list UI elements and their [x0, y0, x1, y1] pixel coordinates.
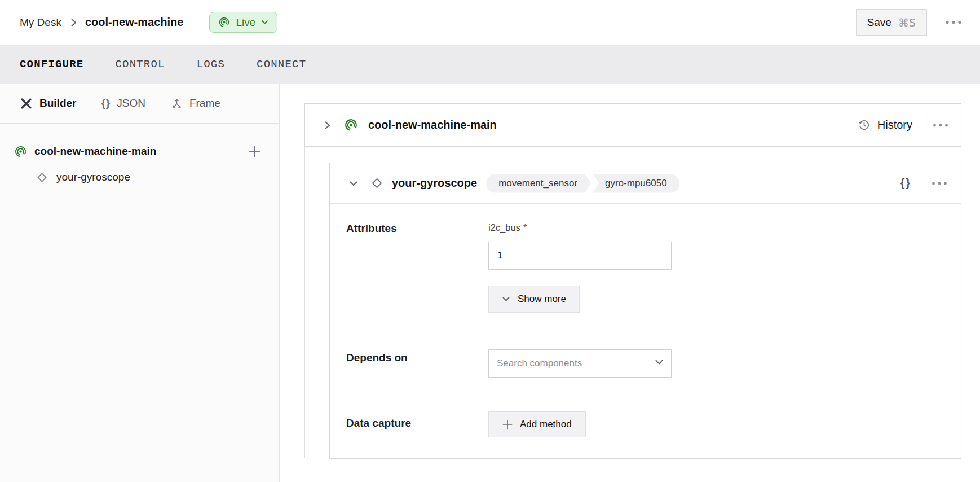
component-card-header: your-gyroscope movement_sensor gyro-mpu6… [330, 163, 961, 204]
tree-item-label: cool-new-machine-main [34, 145, 156, 157]
component-tree: cool-new-machine-main your-gyroscope [0, 124, 279, 190]
depends-on-section: Depends on [330, 334, 961, 396]
tab-frame[interactable]: Frame [170, 97, 220, 110]
tab-json-label: JSON [117, 97, 145, 109]
plus-icon [502, 419, 513, 430]
i2c-bus-input[interactable] [488, 242, 672, 270]
nav-tab-bar: CONFIGURE CONTROL LOGS CONNECT [0, 45, 980, 84]
diamond-icon [35, 170, 49, 185]
live-status-dropdown[interactable]: Live [209, 12, 277, 33]
collapse-chevron-down-icon[interactable] [346, 177, 361, 190]
tree-item-gyroscope[interactable]: your-gyroscope [14, 164, 261, 190]
card-menu-icon[interactable] [932, 120, 950, 130]
depends-on-select [488, 349, 672, 378]
tab-logs[interactable]: LOGS [197, 58, 225, 71]
component-card: your-gyroscope movement_sensor gyro-mpu6… [329, 163, 961, 459]
field-label-row: i2c_bus* [488, 222, 672, 233]
config-sidebar: Builder {} JSON Frame [0, 84, 280, 482]
tab-connect[interactable]: CONNECT [257, 58, 306, 71]
expand-chevron-right-icon[interactable] [320, 117, 334, 134]
save-button-label: Save [867, 16, 891, 29]
show-more-button[interactable]: Show more [488, 286, 580, 313]
tab-json[interactable]: {} JSON [101, 97, 145, 109]
diamond-icon [369, 176, 385, 191]
history-label: History [877, 119, 912, 132]
tree-item-label: your-gyroscope [56, 171, 130, 183]
sidebar-mode-tabs: Builder {} JSON Frame [0, 84, 279, 124]
topbar-actions: Save ⌘S [856, 9, 963, 36]
component-type-badge: movement_sensor gyro-mpu6050 [486, 174, 679, 193]
braces-icon: {} [101, 97, 111, 109]
attributes-fields: i2c_bus* Show more [488, 222, 672, 313]
tab-control[interactable]: CONTROL [115, 58, 165, 71]
chevron-down-icon [261, 20, 268, 25]
broadcast-icon [14, 145, 27, 158]
machine-part-title: cool-new-machine-main [368, 119, 497, 132]
save-button[interactable]: Save ⌘S [856, 9, 927, 36]
history-button[interactable]: History [858, 119, 912, 132]
live-badge-label: Live [236, 16, 255, 29]
attributes-label: Attributes [346, 222, 488, 235]
required-marker: * [523, 222, 527, 233]
broadcast-icon [218, 16, 230, 28]
breadcrumb-chevron-icon [69, 17, 77, 28]
machine-part-card: cool-new-machine-main History [304, 103, 961, 147]
add-method-label: Add method [520, 419, 572, 430]
chevron-down-icon [502, 296, 510, 302]
broadcast-icon [344, 118, 358, 132]
tree-connector-line [304, 147, 305, 458]
component-title: your-gyroscope [392, 177, 477, 190]
add-component-icon[interactable] [249, 146, 261, 157]
card-menu-icon[interactable] [930, 178, 948, 189]
model-tag-label: gyro-mpu6050 [593, 174, 679, 193]
save-shortcut: ⌘S [898, 16, 916, 29]
tree-item-machine-main[interactable]: cool-new-machine-main [14, 138, 261, 164]
axes-frame-icon [170, 97, 183, 110]
search-components-input[interactable] [488, 349, 672, 378]
machine-name: cool-new-machine [85, 16, 183, 29]
breadcrumb-root-link[interactable]: My Desk [20, 16, 61, 29]
depends-on-label: Depends on [346, 352, 488, 364]
i2c-bus-label: i2c_bus [488, 222, 520, 233]
tab-builder[interactable]: Builder [19, 97, 76, 111]
history-clock-icon [858, 119, 871, 132]
data-capture-label: Data capture [346, 417, 488, 430]
tab-frame-label: Frame [189, 97, 220, 109]
overflow-menu-icon[interactable] [944, 17, 963, 28]
attributes-section: Attributes i2c_bus* Show more [330, 204, 961, 334]
crossed-tools-icon [19, 97, 33, 111]
top-bar: My Desk cool-new-machine Live Save ⌘S [0, 0, 980, 45]
tab-builder-label: Builder [39, 97, 76, 109]
show-more-label: Show more [518, 293, 566, 305]
edit-json-icon[interactable]: {} [900, 177, 911, 190]
breadcrumb: My Desk cool-new-machine Live [20, 12, 277, 33]
data-capture-section: Data capture Add method [330, 396, 961, 437]
tab-configure[interactable]: CONFIGURE [20, 58, 83, 71]
add-method-button[interactable]: Add method [488, 411, 586, 437]
type-tag-label: movement_sensor [486, 174, 591, 193]
